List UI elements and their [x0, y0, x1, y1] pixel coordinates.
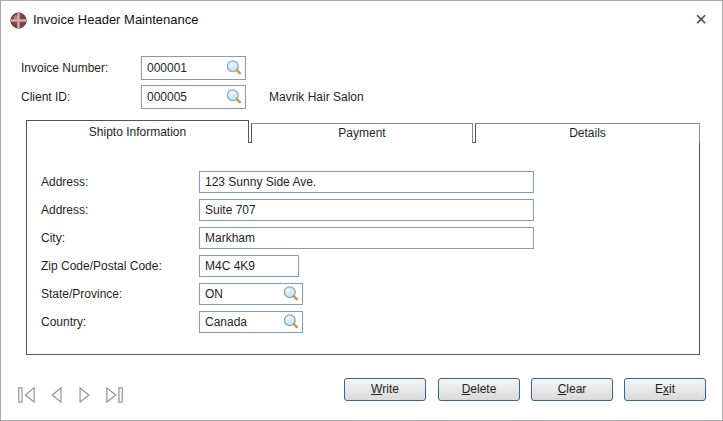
city-input[interactable] — [200, 228, 530, 248]
tab-shipto-information[interactable]: Shipto Information — [26, 120, 249, 143]
title-bar: Invoice Header Maintenance × — [1, 1, 722, 39]
zip-code-input[interactable] — [200, 256, 295, 276]
delete-button[interactable]: Delete — [438, 378, 520, 401]
address2-row: Address: — [27, 199, 699, 221]
country-row: Country: — [27, 311, 699, 333]
address1-fieldbox — [199, 171, 534, 193]
invoice-number-fieldbox — [141, 56, 246, 80]
shipto-information-panel: Address: Address: City: Zip Code/Postal … — [26, 142, 700, 355]
client-id-label: Client ID: — [21, 86, 70, 108]
write-button-label-key: W — [371, 382, 382, 396]
address1-row: Address: — [27, 171, 699, 193]
client-id-lookup-icon[interactable] — [225, 88, 243, 106]
exit-button-label-pre: E — [655, 382, 663, 396]
zip-code-fieldbox — [199, 255, 299, 277]
address1-label: Address: — [41, 174, 88, 190]
country-input[interactable] — [200, 312, 280, 332]
state-province-lookup-icon[interactable] — [282, 285, 300, 303]
client-id-input[interactable] — [142, 86, 223, 108]
record-navigation — [16, 384, 125, 406]
exit-button[interactable]: Exit — [624, 378, 706, 401]
address1-input[interactable] — [200, 172, 530, 192]
write-button-label-post: rite — [382, 382, 399, 396]
zip-row: Zip Code/Postal Code: — [27, 255, 699, 277]
app-icon — [10, 12, 27, 29]
clear-button[interactable]: Clear — [531, 378, 613, 401]
invoice-number-lookup-icon[interactable] — [225, 59, 243, 77]
country-fieldbox — [199, 311, 303, 333]
country-label: Country: — [41, 314, 86, 330]
tab-details[interactable]: Details — [475, 123, 700, 143]
city-row: City: — [27, 227, 699, 249]
city-fieldbox — [199, 227, 534, 249]
write-button[interactable]: Write — [344, 378, 426, 401]
state-province-fieldbox — [199, 283, 303, 305]
close-icon[interactable]: × — [688, 7, 714, 33]
address2-input[interactable] — [200, 200, 530, 220]
exit-button-label-post: it — [669, 382, 675, 396]
invoice-header-maintenance-window: Invoice Header Maintenance × Invoice Num… — [0, 0, 723, 421]
last-record-icon[interactable] — [103, 384, 125, 406]
delete-button-label-key: D — [462, 382, 471, 396]
invoice-number-input[interactable] — [142, 57, 223, 79]
address2-fieldbox — [199, 199, 534, 221]
zip-code-label: Zip Code/Postal Code: — [41, 258, 162, 274]
city-label: City: — [41, 230, 65, 246]
invoice-number-label: Invoice Number: — [21, 57, 108, 79]
tab-bar: Shipto Information Payment Details — [26, 120, 700, 143]
tab-payment[interactable]: Payment — [251, 123, 473, 143]
window-title: Invoice Header Maintenance — [33, 1, 199, 39]
clear-button-label-post: lear — [566, 382, 586, 396]
delete-button-label-post: elete — [470, 382, 496, 396]
previous-record-icon[interactable] — [45, 384, 67, 406]
next-record-icon[interactable] — [74, 384, 96, 406]
state-row: State/Province: — [27, 283, 699, 305]
state-province-label: State/Province: — [41, 286, 122, 302]
first-record-icon[interactable] — [16, 384, 38, 406]
state-province-input[interactable] — [200, 284, 280, 304]
client-name-text: Mavrik Hair Salon — [269, 86, 364, 108]
client-id-fieldbox — [141, 85, 246, 109]
country-lookup-icon[interactable] — [282, 313, 300, 331]
address2-label: Address: — [41, 202, 88, 218]
